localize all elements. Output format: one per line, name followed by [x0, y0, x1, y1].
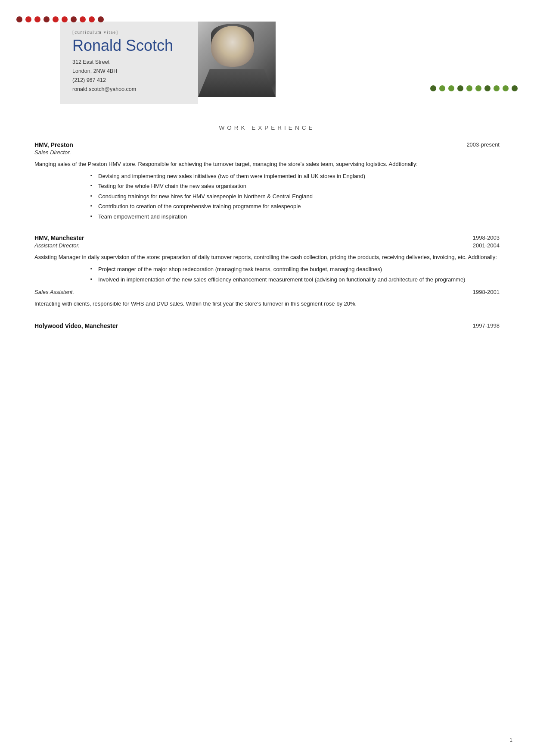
job-company-holywood: Holywood Video, Manchester	[34, 322, 118, 329]
cv-label: [curriculum vitae]	[72, 29, 186, 34]
dot	[98, 16, 104, 22]
bullet-item: Conducting trainings for new hires for H…	[90, 192, 500, 201]
dot	[457, 85, 463, 91]
dot	[25, 16, 31, 22]
bullet-item: Devising and implementing new sales init…	[90, 172, 500, 181]
job-desc-hmv-manchester: Assisting Manager in daily supervision o…	[34, 253, 500, 262]
decorative-dots-top-left	[16, 16, 104, 22]
dot	[53, 16, 59, 22]
bullet-item: Team empowerment and inspiration	[90, 212, 500, 221]
job-dates-hmv-preston: 2003-present	[466, 141, 500, 148]
contact-info: 312 East Street London, 2NW 4BH (212) 96…	[72, 58, 186, 94]
bullet-item: Contribution to creation of the comprehe…	[90, 202, 500, 211]
dot	[439, 85, 445, 91]
dot	[71, 16, 77, 22]
sales-assistant-row: Sales Assistant. 1998-2001	[34, 289, 500, 300]
job-dates-asst-director: 2001-2004	[473, 242, 500, 253]
job-title-sales-asst: Sales Assistant.	[34, 289, 74, 295]
job-title-asst-director: Assistant Director.	[34, 242, 80, 249]
dot	[16, 16, 22, 22]
dot	[512, 85, 518, 91]
phone: (212) 967 412	[72, 76, 186, 85]
dot	[484, 85, 491, 91]
job-entry-hmv-manchester: HMV, Manchester 1998-2003 Assistant Dire…	[34, 234, 500, 308]
bullet-item: Testing for the whole HMV chain the new …	[90, 182, 500, 191]
job-bullets-hmv-preston: Devising and implementing new sales init…	[90, 172, 500, 221]
job-dates-holywood: 1997-1998	[473, 322, 500, 329]
job-title-sales-director: Sales Director.	[34, 149, 500, 156]
address-line2: London, 2NW 4BH	[72, 67, 186, 76]
profile-photo	[198, 22, 276, 97]
section-title-work: WORK EXPERIENCE	[34, 125, 500, 131]
work-experience-section: WORK EXPERIENCE HMV, Preston 2003-presen…	[0, 125, 534, 329]
job-entry-holywood: Holywood Video, Manchester 1997-1998	[34, 322, 500, 329]
job-bullets-hmv-manchester: Project manger of the major shop redecor…	[90, 265, 500, 284]
job-title-row-asst-director: Assistant Director. 2001-2004	[34, 242, 500, 253]
address-line1: 312 East Street	[72, 58, 186, 67]
job-header-hmv-preston: HMV, Preston 2003-present	[34, 141, 500, 148]
decorative-dots-bottom-right	[430, 85, 518, 91]
job-header-holywood: Holywood Video, Manchester 1997-1998	[34, 322, 500, 329]
email: ronald.scotch@yahoo.com	[72, 85, 186, 94]
dot	[43, 16, 50, 22]
job-desc-sales-asst: Interacting with clients, responsible fo…	[34, 300, 500, 308]
job-company-hmv-manchester: HMV, Manchester	[34, 234, 84, 241]
job-desc-hmv-preston: Manging sales of the Preston HMV store. …	[34, 160, 500, 169]
work-entries: HMV, Preston 2003-present Sales Director…	[0, 141, 534, 329]
page-number: 1	[509, 737, 512, 743]
photo-face	[211, 26, 254, 67]
bullet-item: Project manger of the major shop redecor…	[90, 265, 500, 274]
sub-role-sales-assistant: Sales Assistant. 1998-2001 Interacting w…	[34, 289, 500, 308]
dot	[89, 16, 95, 22]
dot	[475, 85, 481, 91]
dot	[448, 85, 454, 91]
person-name: Ronald Scotch	[72, 37, 186, 54]
bullet-item: Involved in implementation of the new sa…	[90, 275, 500, 284]
dot	[34, 16, 40, 22]
dot	[80, 16, 86, 22]
dot	[430, 85, 436, 91]
job-dates-sales-asst: 1998-2001	[473, 289, 500, 300]
dot	[466, 85, 472, 91]
header-card: [curriculum vitae] Ronald Scotch 312 Eas…	[60, 22, 198, 104]
job-company-hmv-preston: HMV, Preston	[34, 141, 73, 148]
job-entry-hmv-preston: HMV, Preston 2003-present Sales Director…	[34, 141, 500, 221]
dot	[62, 16, 68, 22]
job-header-hmv-manchester: HMV, Manchester 1998-2003	[34, 234, 500, 241]
job-dates-hmv-manchester: 1998-2003	[473, 234, 500, 241]
photo-suit	[198, 69, 276, 97]
dot	[503, 85, 509, 91]
dot	[494, 85, 500, 91]
